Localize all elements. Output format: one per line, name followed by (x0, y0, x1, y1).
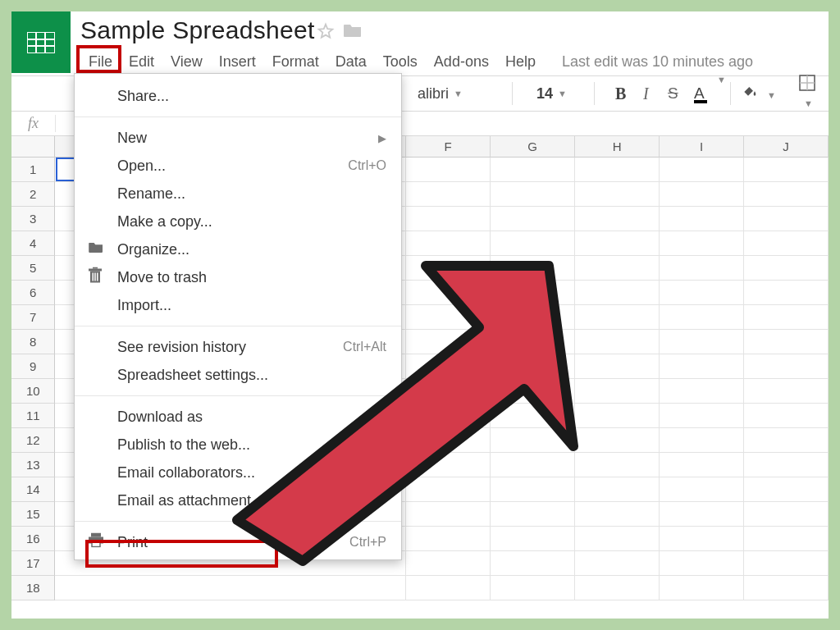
cell[interactable] (406, 502, 491, 527)
cell[interactable] (660, 453, 744, 477)
row-header[interactable]: 17 (11, 551, 55, 576)
menu-insert[interactable]: Insert (211, 51, 264, 73)
cell[interactable] (575, 453, 660, 477)
cell[interactable] (406, 551, 491, 576)
cell[interactable] (575, 182, 660, 207)
cell[interactable] (491, 551, 575, 576)
menu-addons[interactable]: Add-ons (426, 51, 497, 73)
cell[interactable] (744, 527, 829, 551)
cell[interactable] (660, 231, 744, 256)
column-header[interactable]: G (491, 136, 575, 158)
cell[interactable] (575, 207, 660, 231)
cell[interactable] (406, 354, 491, 379)
cell[interactable] (744, 305, 829, 330)
cell[interactable] (744, 354, 829, 379)
cell[interactable] (491, 158, 575, 182)
menu-item-email-collaborators[interactable]: Email collaborators... (75, 459, 401, 486)
sheets-logo[interactable] (11, 11, 71, 73)
cell[interactable] (660, 330, 744, 354)
menu-item-publish[interactable]: Publish to the web... (75, 431, 401, 459)
menu-format[interactable]: Format (264, 51, 327, 73)
cell[interactable] (744, 207, 829, 231)
cell[interactable] (406, 527, 491, 551)
cell[interactable] (491, 453, 575, 477)
menu-item-move-to-trash[interactable]: Move to trash (75, 263, 401, 291)
cell[interactable] (744, 379, 829, 404)
row-header[interactable]: 18 (11, 576, 55, 600)
text-color-button[interactable]: A (694, 84, 707, 103)
borders-button[interactable]: ▼ (799, 75, 829, 112)
menu-item-share[interactable]: Share... (75, 82, 401, 110)
cell[interactable] (660, 305, 744, 330)
row-header[interactable]: 3 (11, 207, 55, 231)
cell[interactable] (575, 231, 660, 256)
cell[interactable] (744, 477, 829, 502)
menu-item-email-attachment[interactable]: Email as attachment... (75, 486, 401, 514)
menu-item-new[interactable]: New▶ (75, 124, 401, 152)
row-header[interactable]: 14 (11, 477, 55, 502)
cell[interactable] (491, 207, 575, 231)
menu-item-import[interactable]: Import... (75, 291, 401, 319)
row-header[interactable]: 11 (11, 404, 55, 428)
select-all-corner[interactable] (11, 136, 55, 158)
cell[interactable] (491, 502, 575, 527)
cell[interactable] (575, 527, 660, 551)
cell[interactable] (575, 305, 660, 330)
cell[interactable] (491, 404, 575, 428)
cell[interactable] (660, 428, 744, 453)
cell[interactable] (406, 281, 491, 305)
cell[interactable] (406, 428, 491, 453)
row-header[interactable]: 15 (11, 502, 55, 527)
menu-help[interactable]: Help (497, 51, 544, 73)
cell[interactable] (744, 330, 829, 354)
cell[interactable] (575, 428, 660, 453)
menu-item-revision-history[interactable]: See revision historyCtrl+Alt (75, 333, 401, 361)
cell[interactable] (660, 256, 744, 281)
last-edit-label[interactable]: Last edit was 10 minutes ago (562, 53, 753, 71)
menu-tools[interactable]: Tools (375, 51, 426, 73)
cell[interactable] (406, 231, 491, 256)
cell[interactable] (660, 182, 744, 207)
font-family-selector[interactable]: alibri▼ (418, 85, 463, 103)
cell[interactable] (575, 576, 660, 600)
cell[interactable] (491, 182, 575, 207)
cell[interactable] (491, 354, 575, 379)
cell[interactable] (744, 404, 829, 428)
cell[interactable] (406, 404, 491, 428)
cell[interactable] (744, 158, 829, 182)
cell[interactable] (491, 379, 575, 404)
cell[interactable] (491, 281, 575, 305)
cell[interactable] (55, 576, 406, 600)
cell[interactable] (491, 576, 575, 600)
cell[interactable] (575, 330, 660, 354)
cell[interactable] (660, 527, 744, 551)
fill-color-button[interactable]: ▼ (742, 84, 776, 104)
row-header[interactable]: 6 (11, 281, 55, 305)
cell[interactable] (406, 379, 491, 404)
cell[interactable] (575, 281, 660, 305)
menu-edit[interactable]: Edit (121, 51, 162, 73)
row-header[interactable]: 2 (11, 182, 55, 207)
cell[interactable] (744, 256, 829, 281)
italic-button[interactable]: I (643, 84, 649, 103)
cell[interactable] (406, 576, 491, 600)
cell[interactable] (744, 502, 829, 527)
strikethrough-button[interactable]: S (668, 84, 678, 103)
cell[interactable] (575, 354, 660, 379)
cell[interactable] (575, 551, 660, 576)
cell[interactable] (575, 158, 660, 182)
cell[interactable] (660, 158, 744, 182)
cell[interactable] (406, 305, 491, 330)
cell[interactable] (491, 428, 575, 453)
menu-item-spreadsheet-settings[interactable]: Spreadsheet settings... (75, 361, 401, 389)
cell[interactable] (575, 404, 660, 428)
cell[interactable] (406, 182, 491, 207)
cell[interactable] (744, 231, 829, 256)
row-header[interactable]: 10 (11, 379, 55, 404)
cell[interactable] (406, 453, 491, 477)
row-header[interactable]: 1 (11, 158, 55, 182)
cell[interactable] (660, 379, 744, 404)
star-icon[interactable] (317, 22, 335, 43)
menu-data[interactable]: Data (327, 51, 375, 73)
cell[interactable] (575, 502, 660, 527)
